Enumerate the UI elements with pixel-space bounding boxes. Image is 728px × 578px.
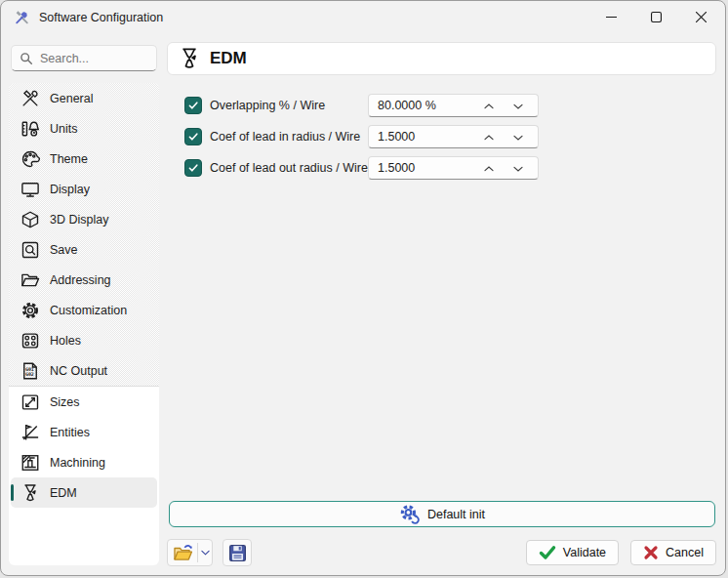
sidebar-item-customization[interactable]: Customization xyxy=(11,295,157,325)
sidebar-item-nc-output[interactable]: G01 G02 NC Output xyxy=(11,355,157,386)
cancel-button[interactable]: Cancel xyxy=(630,540,716,565)
sidebar-item-machining[interactable]: Machining xyxy=(11,447,157,477)
default-init-label: Default init xyxy=(427,508,485,521)
sidebar-item-label: Theme xyxy=(50,152,88,166)
holes-icon xyxy=(20,330,41,351)
machining-icon xyxy=(20,452,41,474)
floppy-disk-icon xyxy=(227,543,248,563)
sidebar-item-3d-display[interactable]: 3D Display xyxy=(11,204,157,234)
validate-label: Validate xyxy=(563,546,606,559)
open-folder-icon[interactable] xyxy=(168,543,197,563)
sidebar-item-save[interactable]: Save xyxy=(11,234,157,265)
maximize-button[interactable] xyxy=(633,2,678,32)
spin-down-button[interactable] xyxy=(507,159,529,178)
titlebar: Software Configuration xyxy=(1,1,725,33)
entities-icon xyxy=(20,422,41,443)
display-monitor-icon xyxy=(20,179,41,200)
search-icon xyxy=(20,52,33,65)
sidebar-item-label: Display xyxy=(50,183,90,196)
software-configuration-window: Software Configuration xyxy=(0,0,726,576)
sidebar-item-holes[interactable]: Holes xyxy=(11,325,157,355)
sidebar: General Units xyxy=(9,83,159,565)
open-dropdown-chevron-icon[interactable] xyxy=(197,543,212,562)
sidebar-item-display[interactable]: Display xyxy=(11,174,157,204)
sizes-icon xyxy=(20,392,41,413)
sidebar-item-label: Entities xyxy=(50,426,90,439)
sidebar-item-label: General xyxy=(50,92,93,105)
validate-button[interactable]: Validate xyxy=(526,540,619,565)
page-title: EDM xyxy=(210,49,247,68)
sidebar-item-label: Units xyxy=(50,122,77,136)
sidebar-item-label: Addressing xyxy=(50,273,111,287)
sidebar-item-label: NC Output xyxy=(50,364,107,378)
setting-row-lead-out: Coef of lead out radius / Wire xyxy=(184,156,539,180)
lead-in-checkbox[interactable] xyxy=(184,128,202,145)
spin-up-button[interactable] xyxy=(478,128,500,146)
sidebar-item-label: Holes xyxy=(50,334,81,348)
gear-refresh-icon xyxy=(399,504,420,524)
open-config-button[interactable] xyxy=(167,539,213,566)
lead-in-spinner xyxy=(368,125,539,148)
tools-icon xyxy=(14,9,30,25)
sidebar-item-sizes[interactable]: Sizes xyxy=(11,387,157,417)
edm-icon xyxy=(20,482,41,504)
theme-palette-icon xyxy=(20,148,41,170)
folder-open-icon xyxy=(20,269,41,291)
sidebar-item-label: Save xyxy=(50,243,78,257)
window-title: Software Configuration xyxy=(39,11,163,24)
nc-output-document-icon: G01 G02 xyxy=(20,360,41,382)
setting-row-lead-in: Coef of lead in radius / Wire xyxy=(184,125,539,148)
sidebar-item-edm[interactable]: EDM xyxy=(11,477,157,508)
overlapping-input[interactable] xyxy=(369,99,466,112)
cancel-label: Cancel xyxy=(666,546,704,559)
spin-down-button[interactable] xyxy=(507,97,529,115)
page-header: EDM xyxy=(167,42,716,75)
units-icon xyxy=(20,118,41,140)
overlapping-spinner xyxy=(368,94,539,117)
edm-header-icon xyxy=(178,47,201,70)
general-icon xyxy=(20,88,41,109)
sidebar-item-label: Machining xyxy=(50,456,105,470)
search-box[interactable] xyxy=(11,45,157,71)
spin-up-button[interactable] xyxy=(478,97,500,115)
search-input[interactable] xyxy=(40,52,148,65)
validate-check-icon xyxy=(539,545,556,560)
sidebar-item-label: 3D Display xyxy=(50,213,108,227)
sidebar-item-units[interactable]: Units xyxy=(11,113,157,144)
lead-out-checkbox[interactable] xyxy=(184,159,202,177)
save-config-button[interactable] xyxy=(222,539,252,566)
sidebar-item-label: EDM xyxy=(50,486,77,500)
sidebar-item-label: Sizes xyxy=(50,395,80,409)
spin-down-button[interactable] xyxy=(507,128,529,146)
default-init-button[interactable]: Default init xyxy=(169,501,715,527)
spin-up-button[interactable] xyxy=(478,159,500,178)
setting-label: Coef of lead in radius / Wire xyxy=(210,130,368,144)
sidebar-item-general[interactable]: General xyxy=(11,83,157,113)
cancel-x-icon xyxy=(643,545,659,560)
save-search-icon xyxy=(20,239,41,261)
lead-out-spinner xyxy=(368,156,539,180)
setting-label: Overlapping % / Wire xyxy=(210,99,368,112)
sidebar-item-entities[interactable]: Entities xyxy=(11,417,157,447)
footer-bar: Validate Cancel xyxy=(167,539,716,566)
sidebar-item-theme[interactable]: Theme xyxy=(11,144,157,174)
settings-list: Overlapping % / Wire Coef of lead in rad… xyxy=(184,94,539,187)
setting-row-overlapping: Overlapping % / Wire xyxy=(184,94,539,117)
overlapping-checkbox[interactable] xyxy=(184,97,202,114)
lead-in-input[interactable] xyxy=(369,130,466,144)
lead-out-input[interactable] xyxy=(369,161,466,175)
svg-text:G02: G02 xyxy=(25,371,34,377)
sidebar-item-label: Customization xyxy=(50,304,127,317)
gear-icon xyxy=(20,300,41,321)
sidebar-item-addressing[interactable]: Addressing xyxy=(11,265,157,295)
setting-label: Coef of lead out radius / Wire xyxy=(210,161,368,175)
close-button[interactable] xyxy=(678,2,723,32)
cube-icon xyxy=(20,209,41,230)
minimize-button[interactable] xyxy=(588,2,633,32)
